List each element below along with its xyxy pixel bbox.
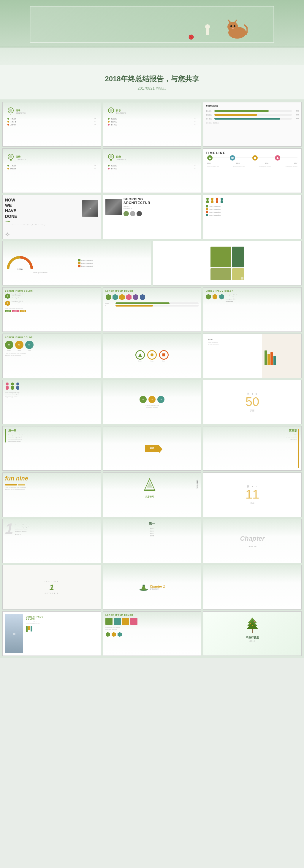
slide-cn-right[interactable]: 第三章 Lorem ipsum dolorsit amet consectetu… [203,426,302,471]
slide-contents-4[interactable]: 目录 CONTENTS 概况总览 01 趣乐村夫 02 [103,148,201,193]
slide-circles-mid[interactable]: Lorem Ipsum Dolor [103,334,201,378]
slide-people-list[interactable]: Lorem ipsum dolor Lorem ipsum dolor Lore… [203,195,302,239]
svg-point-4 [231,25,232,27]
arrow-shape: 前进 [145,445,159,452]
cn-center-items: 内容一内容二内容三内容四 [105,528,199,537]
slide-now[interactable]: NOWWEHAVEDONE 2018 Lorem ipsum dolor sit… [2,195,101,239]
cn-chapter-title-r: 第三章 [286,429,297,433]
timeline-content: 2014 2015 2016 2017 Lorem ipsum text her… [206,158,299,167]
sub-title: 20170821 ##### [6,86,298,91]
svg-rect-60 [6,386,9,390]
svg-marker-49 [119,294,125,300]
figurine-decoration [203,24,212,40]
slides-row-12: ▦ LOREM IPSUMDOLOR Lorem ipsum dolor sit… [2,611,302,656]
slide-contents-3[interactable]: 目录 CONTENTS 工作亮点 01 数据分析 02 [2,148,101,193]
svg-marker-48 [113,294,118,300]
slides-row-2: 目录 CONTENTS 工作亮点 01 数据分析 02 [2,148,302,193]
slide-section1[interactable]: SECTION 1 ECTION 1 [2,565,101,610]
slide-empty-11 [203,565,302,610]
slide-cn-left[interactable]: 第一章 Lorem ipsum dolor sit ametconsectetu… [2,426,101,471]
list-item-2: Lorem ipsum dolor [206,208,299,210]
svg-marker-52 [140,294,145,300]
slide-cn-mid[interactable]: 汉字书写 中文内容展示一 二三四五六七 [103,472,201,517]
svg-point-77 [250,623,251,624]
lorem-hexagons [105,294,199,301]
graduation-content: 毕业行摄册 校园生活 [206,614,299,642]
svg-marker-54 [213,294,217,300]
svg-rect-37 [211,200,213,203]
slide-number-50[interactable]: 第 5 0 50 页面 [203,380,302,424]
svg-text:1: 1 [7,295,8,297]
svg-rect-8 [206,29,209,35]
slide-number-11[interactable]: 第 1 1 11 页面 [203,472,302,517]
semicircle-chart: 2016 [5,253,35,271]
circles-row: 01 Lorem 02 Ipsum 03 Dolor [5,341,98,351]
slide-circles-left[interactable]: LOREM IPSUM DOLOR 01 Lorem 02 Ipsum 03 D [2,334,101,378]
slide-shopping[interactable]: SHOPPINGARCHITECTUR Segment ALorem ipsum… [103,195,201,239]
slide-contents-1[interactable]: 目录 CONTENTS 工作亮点 01 工作乐趣 02 [2,102,101,147]
slides-row-1: 目录 CONTENTS 工作亮点 01 工作乐趣 02 [2,102,302,147]
slide-people-icons[interactable]: Lorem ipsum dolor sit ametconsectetur ad… [2,380,101,424]
svg-point-57 [151,353,153,356]
slide-lorem-photo[interactable]: ▦ LOREM IPSUMDOLOR Lorem ipsum dolor sit… [2,611,101,656]
small-circles-content: 01 02 03 Lorem ipsum dolor sit ametconse… [105,382,199,422]
slide-small-circles[interactable]: 01 02 03 Lorem ipsum dolor sit ametconse… [103,380,201,424]
slide-semicircle[interactable]: 2016 Lorem ipsum sit amet Lorem ipsum te… [2,241,151,285]
tree-icon [245,617,260,633]
slide-timeline[interactable]: TIMELINE [203,148,302,193]
svg-rect-64 [16,386,19,390]
cat-decoration [221,16,248,40]
svg-marker-3 [234,19,238,23]
contents-item-9: 概况总览 01 [108,164,196,167]
svg-point-33 [6,232,9,236]
svg-marker-2 [227,19,231,23]
slide-bars-right[interactable]: 第一章 Lorem ipsum dolorsit amet consectetu… [203,334,302,378]
contents-item-4: 概况总览 01 [108,117,196,120]
slides-row-8: 第一章 Lorem ipsum dolor sit ametconsectetu… [2,426,302,471]
contents-item-2: 工作乐趣 02 [7,120,96,123]
color-squares-row [105,618,199,625]
svg-rect-69 [143,585,145,586]
svg-marker-70 [106,632,110,637]
lorem-title-2: LOREM IPSUM DOLOR [105,290,199,292]
contents-item-5: 数据亮点 02 [108,120,196,123]
svg-rect-58 [162,353,165,356]
section1-content: SECTION 1 ECTION 1 [44,581,59,594]
main-title: 2018年终总结报告，与您共享 [6,74,298,84]
svg-point-61 [11,382,14,385]
svg-marker-51 [133,294,138,300]
relation-items: 工作相关 70% 生活相关 55% 娱乐相关 85% [206,110,299,120]
slide-chapter1-mid[interactable]: Chapter 1 章节标题说明 [103,565,201,610]
mid-circles: Lorem Ipsum Dolor [135,350,169,362]
slide-graduation[interactable]: 毕业行摄册 校园生活 [203,611,302,656]
slide-chapter-right[interactable]: Chapter Section Title [203,519,302,563]
slide-lorem-1[interactable]: LOREM IPSUM DOLOR 1 Lorem ipsum dolor si… [2,287,101,332]
num-big: 50 [245,396,260,408]
slide-lorem-mid2[interactable]: LOREM IPSUM DOLOR Lorem ipsum dolor sit … [103,611,201,656]
svg-marker-72 [118,632,122,637]
slide-arrow[interactable]: 前进 [103,426,201,471]
list-item-3: Lorem ipsum dolor [206,211,299,213]
title-section: 2018年终总结报告，与您共享 20170821 ##### [0,65,304,100]
bulb-icon-4 [108,153,114,162]
svg-marker-53 [206,294,211,300]
svg-point-40 [220,198,223,200]
slide-lorem-2[interactable]: LOREM IPSUM DOLOR Lorem [103,287,201,332]
svg-marker-31 [276,157,279,159]
now-text: NOWWEHAVEDONE [5,197,80,219]
slide-lorem-3[interactable]: LOREM IPSUM DOLOR Lorem ipsum dolor sita… [203,287,302,332]
svg-rect-62 [11,386,14,390]
slide-relation[interactable]: 关网关系图表 工作相关 70% 生活相关 55% 娱乐相关 [203,102,302,147]
svg-point-27 [110,155,113,158]
slide-colorgrid[interactable] [153,241,302,285]
mountain-icon [144,478,156,493]
hat-icon [139,584,148,591]
slide-cn-center[interactable]: 第一 内容一内容二内容三内容四 [103,519,201,563]
slide-contents-2[interactable]: 目录 CONTENTS 概况总览 01 数据亮点 02 [103,102,201,147]
slide-fun-nine[interactable]: fun nine Lorem ipsum dolor sit amet cons… [2,472,101,517]
svg-point-63 [16,382,19,385]
lorem-title-mid2: LOREM IPSUM DOLOR [105,614,199,616]
slide-num1[interactable]: 1 Lorem ipsum dolor sit ametconsectetur … [2,519,101,563]
contents-item-3: 其他项目 03 [7,123,96,126]
contents-item-7: 工作亮点 01 [7,164,96,167]
